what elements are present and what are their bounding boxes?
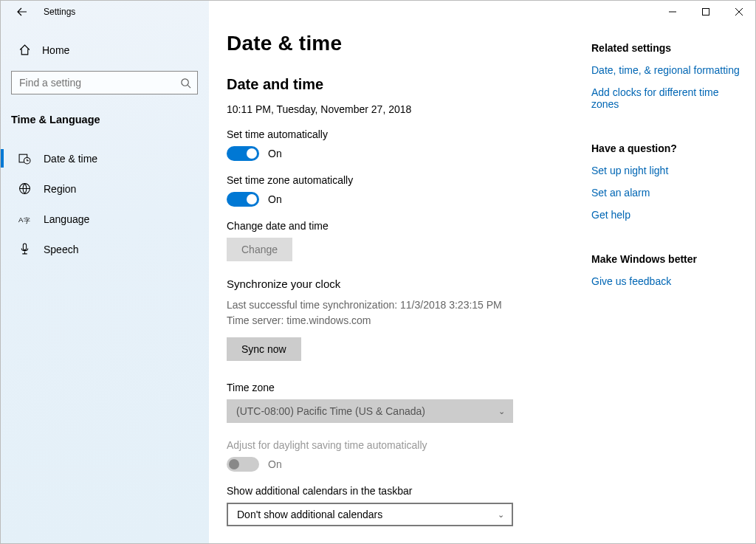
sidebar-item-label: Language — [44, 213, 89, 225]
link-night-light[interactable]: Set up night light — [591, 165, 748, 176]
svg-rect-9 — [702, 9, 709, 16]
sync-heading: Synchronize your clock — [227, 278, 578, 290]
language-icon: A字 — [18, 213, 32, 225]
sync-now-button[interactable]: Sync now — [227, 337, 301, 361]
dst-label: Adjust for daylight saving time automati… — [227, 439, 578, 451]
settings-window: Settings Home Time & Language — [1, 1, 755, 543]
sync-last: Last successful time synchronization: 11… — [227, 297, 578, 313]
current-datetime: 10:11 PM, Tuesday, November 27, 2018 — [227, 103, 578, 115]
link-regional-formatting[interactable]: Date, time, & regional formatting — [591, 64, 748, 76]
arrow-left-icon — [17, 7, 27, 17]
set-tz-auto-toggle[interactable] — [227, 192, 259, 207]
timezone-label: Time zone — [227, 382, 578, 393]
link-add-clocks[interactable]: Add clocks for different time zones — [591, 86, 748, 110]
close-button[interactable] — [722, 1, 755, 23]
additional-calendars-value: Don't show additional calendars — [237, 509, 382, 520]
back-button[interactable] — [14, 4, 30, 20]
maximize-button[interactable] — [689, 1, 722, 23]
right-pane: Related settings Date, time, & regional … — [578, 23, 748, 543]
question-heading: Have a question? — [591, 142, 748, 154]
set-tz-auto-state: On — [268, 193, 282, 205]
link-feedback[interactable]: Give us feedback — [591, 275, 748, 287]
timezone-select: (UTC-08:00) Pacific Time (US & Canada) ⌄ — [227, 399, 513, 423]
change-datetime-label: Change date and time — [227, 220, 578, 232]
link-get-help[interactable]: Get help — [591, 209, 748, 221]
link-set-alarm[interactable]: Set an alarm — [591, 187, 748, 199]
set-time-auto-toggle[interactable] — [227, 146, 259, 161]
set-time-auto-label: Set time automatically — [227, 128, 578, 140]
titlebar-left: Settings — [1, 1, 208, 23]
set-tz-auto-label: Set time zone automatically — [227, 174, 578, 186]
set-time-auto-row: On — [227, 146, 578, 161]
close-icon — [735, 8, 743, 16]
sidebar-item-label: Date & time — [44, 153, 97, 165]
svg-rect-7 — [23, 244, 26, 250]
additional-calendars-select[interactable]: Don't show additional calendars ⌄ — [227, 503, 513, 526]
set-tz-auto-row: On — [227, 192, 578, 207]
globe-icon — [18, 182, 32, 195]
sync-info: Last successful time synchronization: 11… — [227, 297, 578, 328]
chevron-down-icon: ⌄ — [498, 510, 504, 520]
main: Date & time Date and time 10:11 PM, Tues… — [209, 1, 755, 543]
sidebar-item-label: Region — [44, 183, 76, 195]
datetime-heading: Date and time — [227, 76, 578, 93]
sidebar-item-date-time[interactable]: Date & time — [1, 143, 208, 173]
sidebar-nav: Date & time Region A字 Language Speech — [1, 136, 208, 264]
minimize-button[interactable] — [656, 1, 689, 23]
content-wrap: Date & time Date and time 10:11 PM, Tues… — [209, 23, 755, 543]
sidebar-home-label: Home — [42, 44, 69, 56]
search-icon — [180, 78, 191, 89]
sidebar-item-region[interactable]: Region — [1, 173, 208, 204]
sidebar-item-label: Speech — [44, 244, 78, 255]
timezone-value: (UTC-08:00) Pacific Time (US & Canada) — [236, 405, 425, 417]
maximize-icon — [702, 8, 709, 16]
sidebar-category: Time & Language — [1, 108, 208, 136]
related-settings-heading: Related settings — [591, 42, 748, 54]
clock-calendar-icon — [18, 152, 32, 165]
dst-row: On — [227, 457, 578, 472]
improve-heading: Make Windows better — [591, 253, 748, 265]
minimize-icon — [669, 8, 676, 16]
window-title: Settings — [44, 7, 75, 17]
sync-server: Time server: time.windows.com — [227, 313, 578, 328]
content: Date & time Date and time 10:11 PM, Tues… — [209, 23, 578, 543]
home-icon — [18, 44, 32, 56]
sidebar-home[interactable]: Home — [1, 23, 208, 71]
search-wrap — [1, 71, 208, 108]
svg-point-0 — [182, 78, 188, 85]
search-input[interactable] — [19, 77, 180, 89]
dst-toggle — [227, 457, 259, 472]
set-time-auto-state: On — [268, 148, 282, 159]
search-box[interactable] — [11, 71, 198, 94]
svg-text:A: A — [18, 216, 24, 224]
sidebar: Settings Home Time & Language — [1, 1, 209, 543]
chevron-down-icon: ⌄ — [498, 407, 505, 416]
svg-line-1 — [188, 85, 190, 88]
dst-state: On — [268, 458, 282, 470]
sidebar-item-speech[interactable]: Speech — [1, 234, 208, 264]
svg-text:字: 字 — [24, 217, 30, 224]
additional-calendars-label: Show additional calendars in the taskbar — [227, 485, 578, 497]
sidebar-item-language[interactable]: A字 Language — [1, 204, 208, 234]
page-title: Date & time — [227, 32, 578, 55]
change-button: Change — [227, 238, 292, 261]
microphone-icon — [18, 243, 32, 255]
titlebar-right — [209, 1, 755, 23]
